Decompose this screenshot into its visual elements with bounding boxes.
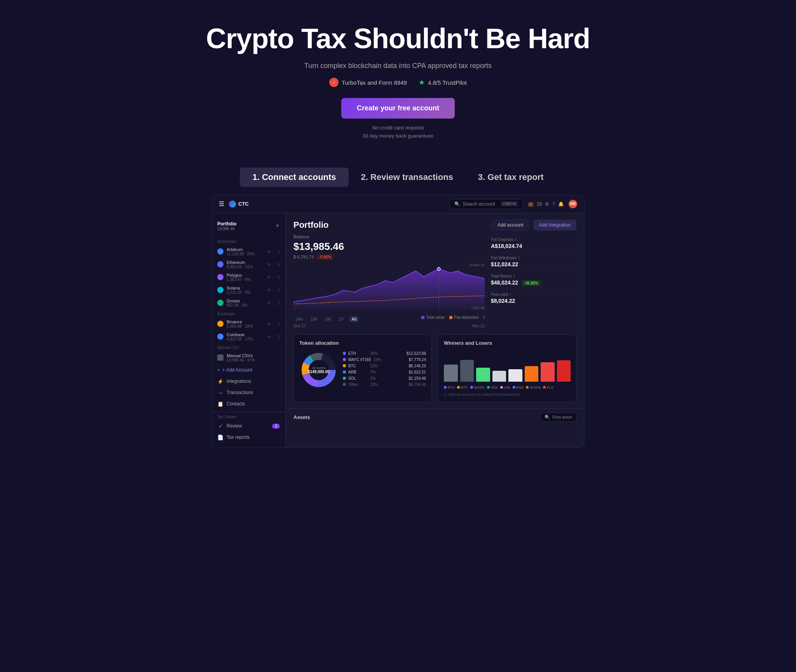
other-dot [343, 383, 346, 386]
balance-change-pct: -9.86% [316, 254, 334, 260]
transactions-icon: ↔ [217, 390, 223, 396]
winners-losers-title: Winners and Losers [444, 340, 571, 346]
sync-icon: ⟳ [267, 335, 271, 339]
gnosis-icon [217, 300, 223, 306]
coinbase-info: Coinbase 4,821.56 · 17% [227, 332, 264, 341]
chart-y-min: 7,921.66 [471, 306, 485, 310]
section-tax-center-label: Tax Center [212, 412, 285, 421]
info-icon[interactable]: ℹ [515, 237, 516, 241]
section-exchange-label: Exchange [212, 309, 285, 318]
step-connect-accounts[interactable]: 1. Connect accounts [240, 168, 348, 187]
tab-24h[interactable]: 24h [293, 316, 305, 322]
wallet-count: 28 [537, 201, 542, 207]
search-placeholder: Search account [463, 201, 495, 207]
legend-total: Total value [421, 315, 445, 319]
fiat-deposits-value: A$18,024.74 [491, 243, 576, 249]
sidebar-portfolio[interactable]: Portfolio 13,086.46 ▼ [212, 218, 285, 234]
cta-button[interactable]: Create your free account [341, 98, 455, 119]
sidebar-item-gnosis[interactable]: Gnosis 852.39 · 3% ⟳ ⋮ 1 [212, 297, 285, 309]
solana-actions: ⟳ ⋮ 1 [267, 288, 280, 292]
sidebar-item-coinbase[interactable]: Coinbase 4,821.56 · 17% ⟳ ⋮ 1 [212, 330, 285, 343]
star-icon: ★ [419, 78, 425, 87]
token-allocation-content: All assets $149,000.00 ETH 26% $12,523.8… [299, 351, 426, 389]
add-integration-btn[interactable]: Add Integration [533, 220, 576, 230]
fees-paid-value: $8,024.22 [491, 298, 576, 304]
user-avatar[interactable]: RB [569, 200, 577, 208]
sidebar-item-tax-reports[interactable]: 📄 Tax reports [212, 432, 285, 443]
winners-losers-panel: Winners and Losers ET [438, 334, 576, 402]
sidebar-item-binance[interactable]: Binance 5,963.48 · 19% ⟳ ⋮ 1 [212, 318, 285, 330]
more-icon[interactable]: ⋮ [276, 356, 280, 360]
sidebar-item-ethereum[interactable]: Ethereum 8,963.43 · 21% ⟳ ⋮ 1 [212, 258, 285, 271]
hamburger-icon[interactable]: ☰ [219, 200, 224, 208]
find-asset-search[interactable]: 🔍 Find asset [540, 413, 576, 422]
tab-1y[interactable]: 1Y [336, 316, 346, 322]
token-row-eth: ETH 26% $12,523.88 [343, 351, 426, 356]
gnosis-val: 852.39 · 3% [227, 303, 264, 307]
section-manual-label: Manual CSV [212, 343, 285, 351]
more-icon[interactable]: ⋮ [272, 335, 276, 339]
sidebar-item-arbitrum[interactable]: Arbitrum 11,136.98 · 26% ⟳ ⋮ 1 [212, 245, 285, 258]
step-review-transactions[interactable]: 2. Review transactions [349, 168, 466, 187]
info-icon[interactable]: ℹ [518, 256, 520, 260]
sidebar-item-contacts[interactable]: 📋 Contacts [212, 398, 285, 410]
token-list: ETH 26% $12,523.88 MAYC #7165 19% $7,779… [343, 351, 426, 389]
manual-csv-val: 13,086.46 · 47% [227, 358, 273, 362]
count-badge: 1 [278, 301, 280, 305]
chart-x-start: Dec 17 [293, 324, 306, 328]
sync-icon: ⟳ [267, 322, 271, 326]
search-icon: 🔍 [545, 415, 550, 420]
balance-section: Balance $13,985.46 $-6,791.79 -9.86% 36,… [286, 234, 584, 334]
more-icon[interactable]: ⋮ [272, 301, 276, 305]
sidebar-item-transactions[interactable]: ↔ Transactions [212, 387, 285, 398]
sidebar-item-review[interactable]: ✓ Review 3 [212, 421, 285, 432]
settings-icon[interactable]: ⚙ [545, 201, 549, 207]
sidebar-item-solana[interactable]: Solana 1,231.32 · 5% ⟳ ⋮ 1 [212, 284, 285, 297]
more-icon[interactable]: ⋮ [272, 262, 276, 267]
notification-icon[interactable]: 🔔 [558, 201, 564, 207]
arb-dot [343, 370, 346, 374]
chart-tabs: 24h 1W 1M 1Y All [293, 316, 359, 322]
tab-all[interactable]: All [349, 316, 359, 322]
search-bar[interactable]: 🔍 Search account CMD+K [449, 199, 523, 209]
help-icon[interactable]: ? [552, 201, 555, 207]
tax-reports-label: Tax reports [227, 435, 250, 440]
turbotax-badge: ✓ TurboTax and Form 8949 [329, 78, 407, 87]
ethereum-val: 8,963.43 · 21% [227, 265, 264, 269]
solana-icon [217, 287, 223, 293]
tab-1m[interactable]: 1M [323, 316, 333, 322]
more-icon[interactable]: ⋮ [272, 288, 276, 292]
legend-matic: MATIC [470, 386, 485, 389]
add-account-button[interactable]: + + Add Account [212, 364, 285, 376]
legend-uni: UNI [500, 386, 510, 389]
dashboard-topbar: ☰ CTC 🔍 Search account CMD+K 💼 28 ⚙ ? 🔔 … [212, 195, 584, 213]
solana-val: 1,231.32 · 5% [227, 290, 264, 295]
bar-2 [460, 360, 474, 382]
sidebar-item-manual-csv[interactable]: Manual CSVs 13,086.46 · 47% ⋮ [212, 351, 285, 364]
info-icon[interactable]: ℹ [483, 315, 485, 319]
sidebar-item-polygon[interactable]: Polygon 1,363.47 · 6% ⟳ ⋮ 1 [212, 271, 285, 284]
dashboard-preview: ☰ CTC 🔍 Search account CMD+K 💼 28 ⚙ ? 🔔 … [211, 195, 585, 448]
info-icon[interactable]: ℹ [510, 292, 511, 296]
steps-nav: 1. Connect accounts 2. Review transactio… [223, 168, 573, 187]
coinbase-name: Coinbase [227, 332, 264, 337]
more-icon[interactable]: ⋮ [272, 322, 276, 326]
main-header: Portfolio Add account Add Integration [286, 213, 584, 234]
legend-sol: SOL [487, 386, 498, 389]
more-icon[interactable]: ⋮ [272, 250, 276, 254]
topbar-left: ☰ CTC [219, 200, 249, 208]
sidebar-item-integrations[interactable]: ⚡ Integrations [212, 376, 285, 387]
fine-print: No credit card required 30 day money bac… [8, 124, 788, 140]
manual-csv-info: Manual CSVs 13,086.46 · 47% [227, 353, 273, 362]
more-icon[interactable]: ⋮ [272, 275, 276, 279]
coinbase-val: 4,821.56 · 17% [227, 337, 264, 341]
step-get-tax-report[interactable]: 3. Get tax report [466, 168, 556, 187]
info-icon[interactable]: ℹ [513, 274, 515, 278]
token-row-btc: BTC 12% $6,146.20 [343, 364, 426, 368]
add-account-btn[interactable]: Add account [492, 220, 529, 230]
tab-1w[interactable]: 1W [308, 316, 319, 322]
chart-x-end: Nov 23 [472, 324, 485, 328]
review-badge: 3 [272, 424, 280, 429]
bar-3 [476, 368, 490, 382]
integrations-label: Integrations [227, 379, 251, 384]
